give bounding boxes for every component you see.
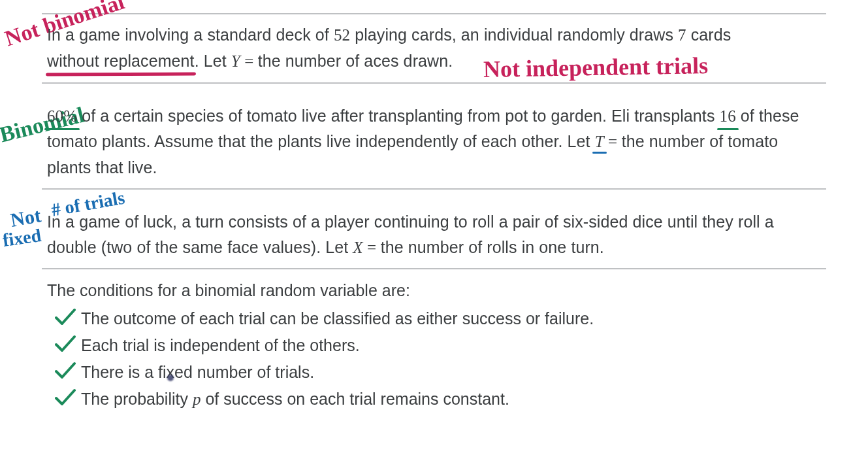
problem-2: 60% of a certain species of tomato live … (42, 95, 826, 188)
text: The probability (81, 390, 193, 408)
text: of a certain species of tomato live afte… (77, 107, 719, 125)
text: The outcome of each trial can be classif… (81, 309, 594, 328)
equals: = (604, 133, 622, 150)
rule (42, 82, 826, 84)
problem-1: In a game involving a standard deck of 5… (42, 14, 826, 82)
check-icon (55, 308, 76, 326)
text: ed number of trials. (174, 363, 314, 381)
list-item: The probability p of success on each tri… (81, 386, 826, 413)
text: x (167, 363, 175, 382)
list-item: Each trial is independent of the others. (81, 332, 826, 359)
text: playing cards, an individual randomly dr… (350, 25, 678, 44)
number: 52 (334, 26, 350, 44)
number: 16 (720, 104, 736, 129)
percent: 60% (47, 104, 77, 129)
list-item: There is a fixed number of trials. (81, 359, 826, 386)
math-var: T (595, 129, 604, 155)
worksheet-page: Not binomial Not independent trials Bino… (0, 0, 868, 457)
text: Each trial is independent of the others. (81, 336, 360, 354)
math-var: p (193, 390, 201, 408)
list-item: The outcome of each trial can be classif… (81, 305, 826, 332)
math-var: X (353, 239, 362, 256)
annotation-not: Not (8, 204, 42, 231)
text: In a game involving a standard deck of (47, 25, 334, 44)
text: the number of aces drawn. (258, 52, 453, 70)
equals: = (363, 239, 381, 256)
text: of success on each trial remains constan… (201, 390, 509, 408)
text: . Let (195, 52, 231, 70)
math-var: Y (231, 52, 240, 70)
text: the number of rolls in one turn. (381, 238, 604, 256)
text: cards (686, 25, 731, 44)
check-icon (55, 335, 76, 353)
conditions-intro: The conditions for a binomial random var… (42, 269, 826, 305)
rule (42, 188, 826, 190)
annotation-fixed: fixed (1, 225, 42, 251)
equals: = (240, 52, 258, 70)
underlined-text: without replacement (47, 48, 195, 74)
check-icon (55, 362, 76, 380)
check-icon (55, 388, 76, 407)
problem-3: In a game of luck, a turn consists of a … (42, 201, 826, 269)
text: There is a fi (81, 363, 167, 381)
conditions-list: The outcome of each trial can be classif… (42, 305, 826, 413)
number: 7 (678, 26, 686, 44)
